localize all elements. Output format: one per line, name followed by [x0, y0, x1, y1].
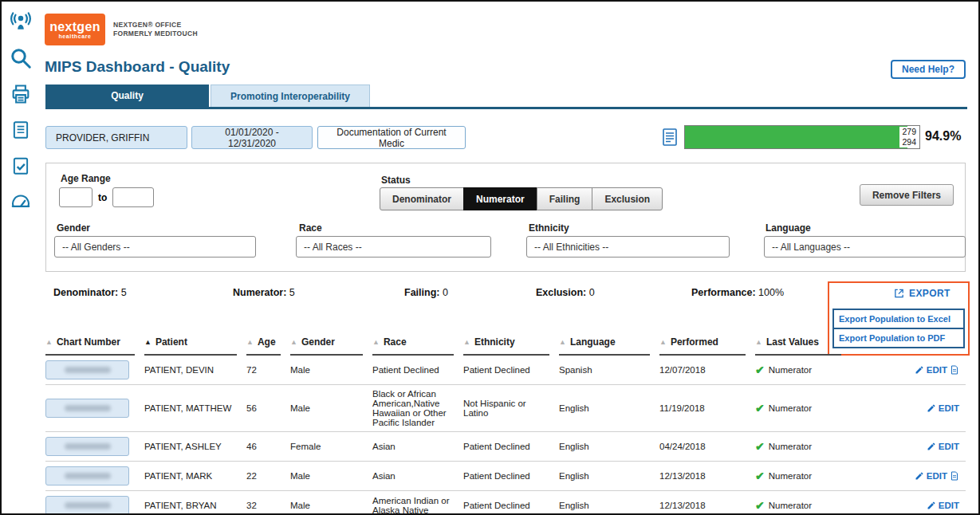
patient-gender: Male — [290, 361, 372, 379]
stat-performance: Performance: 100% — [691, 287, 784, 298]
patient-race: American Indian or Alaska Native — [372, 492, 463, 515]
col-header-age[interactable]: ▲Age — [246, 332, 281, 356]
status-filter: Denominator Numerator Failing Exclusion — [380, 187, 663, 210]
sort-asc-icon: ▲ — [372, 339, 380, 346]
col-header-ethnicity[interactable]: ▲Ethnicity — [463, 332, 549, 356]
patient-age: 72 — [246, 361, 290, 379]
pencil-icon — [927, 501, 936, 510]
patient-age: 56 — [246, 399, 290, 417]
table-row: PATIENT, MATTHEW 56 Male Black or Africa… — [45, 385, 966, 432]
table-row: PATIENT, MARK 22 Male Asian Patient Decl… — [45, 462, 966, 491]
age-range-inputs: to — [59, 187, 154, 207]
col-header-chart-number[interactable]: ▲Chart Number — [45, 332, 135, 356]
tab-bar: Quality Promoting Interoperability — [45, 85, 370, 107]
col-header-gender[interactable]: ▲Gender — [290, 332, 363, 356]
col-header-language[interactable]: ▲Language — [559, 332, 650, 356]
chart-number-button[interactable] — [45, 437, 129, 456]
status-exclusion-button[interactable]: Exclusion — [592, 187, 663, 210]
sort-asc-icon: ▲ — [144, 339, 152, 346]
age-to-label: to — [98, 192, 107, 203]
patient-ethnicity: Patient Declined — [463, 361, 559, 379]
tab-promoting-interoperability[interactable]: Promoting Interoperability — [211, 85, 370, 107]
col-header-patient[interactable]: ▲Patient — [144, 332, 237, 356]
patient-language: Spanish — [559, 361, 659, 379]
col-header-edit — [851, 344, 966, 356]
language-dropdown[interactable]: -- All Languages -- — [764, 236, 966, 258]
table-header: ▲Chart Number ▲Patient ▲Age ▲Gender ▲Rac… — [45, 332, 966, 356]
patient-age: 22 — [246, 467, 290, 485]
report-icon[interactable] — [7, 117, 34, 143]
chart-number-button[interactable] — [45, 466, 129, 486]
broadcast-icon[interactable] — [7, 10, 34, 35]
col-header-last-values[interactable]: ▲Last Values — [755, 332, 841, 356]
tasks-icon[interactable] — [7, 153, 34, 179]
table-row: PATIENT, ASHLEY 46 Female Asian Patient … — [45, 432, 966, 462]
col-header-race[interactable]: ▲Race — [372, 332, 454, 356]
ethnicity-label: Ethnicity — [529, 222, 569, 234]
brand-line-2: FORMERLY MEDITOUCH — [113, 29, 198, 38]
status-failing-button[interactable]: Failing — [537, 187, 593, 210]
pencil-icon — [927, 403, 936, 413]
page-title: MIPS Dashboard - Quality — [45, 58, 230, 76]
status-label: Status — [381, 175, 411, 186]
age-max-input[interactable] — [112, 187, 154, 207]
gender-label: Gender — [57, 222, 90, 234]
export-button[interactable]: EXPORT — [893, 288, 950, 299]
date-range-selector[interactable]: 01/01/2020 - 12/31/2020 — [191, 126, 313, 149]
pencil-icon — [927, 442, 936, 451]
edit-link[interactable]: EDIT — [915, 471, 947, 481]
export-excel-item[interactable]: Export Population to Excel — [834, 310, 963, 328]
patient-race: Black or African American,Native Hawaiia… — [372, 385, 463, 431]
redacted-chart-number — [65, 443, 111, 450]
table-row: PATIENT, BRYAN 32 Male American Indian o… — [45, 491, 966, 515]
tab-underline — [45, 107, 967, 109]
performed-date: 04/24/2018 — [659, 438, 755, 455]
document-icon[interactable] — [950, 470, 959, 482]
filter-panel: Age Range to Status Denominator Numerato… — [45, 163, 966, 272]
status-denominator-button[interactable]: Denominator — [380, 187, 464, 210]
measure-selector[interactable]: Documentation of Current Medic — [317, 126, 466, 149]
stat-failing: Failing: 0 — [404, 287, 448, 298]
race-dropdown[interactable]: -- All Races -- — [296, 236, 491, 258]
chart-number-button[interactable] — [45, 360, 129, 379]
patient-gender: Male — [290, 399, 372, 417]
edit-link[interactable]: EDIT — [915, 365, 947, 375]
patient-race: Asian — [372, 467, 463, 485]
tab-quality[interactable]: Quality — [45, 85, 209, 107]
search-icon[interactable] — [7, 45, 34, 71]
document-icon[interactable] — [950, 364, 959, 375]
check-icon: ✔ — [755, 364, 765, 375]
chart-number-button[interactable] — [45, 399, 129, 418]
performed-date: 12/07/2018 — [659, 361, 755, 379]
check-icon: ✔ — [755, 403, 765, 414]
gender-dropdown[interactable]: -- All Genders -- — [54, 236, 256, 258]
patient-language: English — [559, 438, 659, 455]
summary-row: Denominator: 5 Numerator: 5 Failing: 0 E… — [45, 287, 966, 303]
measure-notes-icon[interactable] — [662, 127, 678, 151]
performed-date: 12/13/2018 — [659, 497, 755, 514]
ethnicity-dropdown[interactable]: -- All Ethnicities -- — [526, 236, 730, 258]
col-header-performed[interactable]: ▲Performed — [659, 332, 746, 356]
pencil-icon — [915, 365, 924, 375]
logo-subtext: healthcare — [58, 33, 91, 39]
provider-selector[interactable]: PROVIDER, GRIFFIN — [45, 126, 187, 149]
patient-gender: Male — [290, 497, 372, 514]
status-numerator-button[interactable]: Numerator — [463, 187, 537, 210]
need-help-button[interactable]: Need Help? — [891, 60, 966, 79]
edit-link[interactable]: EDIT — [927, 442, 959, 451]
remove-filters-button[interactable]: Remove Filters — [860, 184, 954, 206]
edit-link[interactable]: EDIT — [927, 403, 959, 413]
export-icon — [893, 288, 905, 299]
age-min-input[interactable] — [59, 187, 92, 207]
last-value: Numerator — [769, 501, 812, 510]
gauge-icon[interactable] — [7, 189, 34, 214]
chart-number-button[interactable] — [45, 496, 129, 515]
race-label: Race — [299, 222, 322, 234]
print-icon[interactable] — [7, 81, 34, 107]
progress-fraction: 279 294 — [899, 127, 919, 147]
logo-text: nextgen — [49, 21, 100, 33]
sort-asc-icon: ▲ — [246, 339, 254, 346]
redacted-chart-number — [65, 502, 111, 509]
last-value: Numerator — [769, 403, 812, 413]
edit-link[interactable]: EDIT — [927, 501, 959, 510]
